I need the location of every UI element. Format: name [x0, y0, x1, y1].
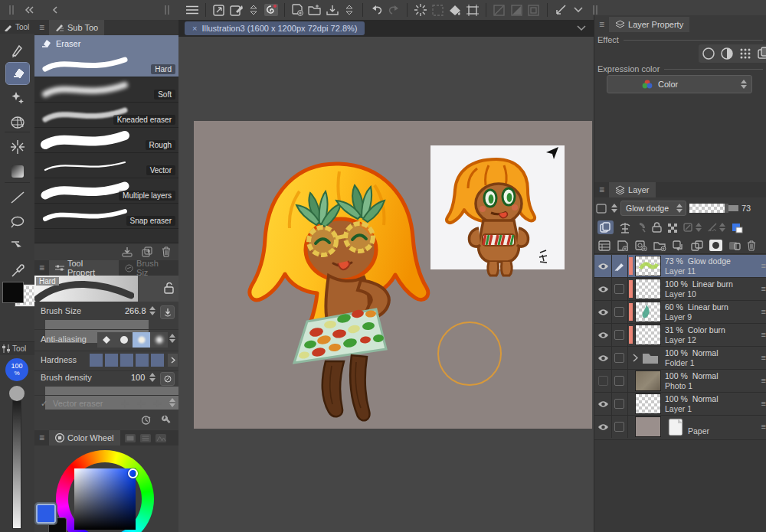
panel-menu-icon[interactable]: ≡	[34, 432, 49, 443]
eyedropper-tool-icon[interactable]	[6, 260, 29, 282]
auto-select-wand-icon[interactable]	[6, 136, 29, 158]
layer-row-layer11[interactable]: 73 % Glow dodgeLayer 11 ≡	[594, 255, 766, 278]
subtool-group-eraser[interactable]: Eraser	[34, 35, 178, 52]
figure-tool-icon[interactable]	[6, 112, 29, 133]
tab-tool-property[interactable]: Tool Propert	[49, 260, 119, 276]
lock-layer-icon[interactable]	[652, 222, 662, 233]
border-effect-icon[interactable]	[702, 47, 715, 60]
layer-mask-icon[interactable]	[709, 240, 722, 251]
delete-subtool-icon[interactable]	[162, 246, 171, 257]
snap-burst-icon[interactable]	[412, 2, 429, 18]
editing-target-checkbox[interactable]	[611, 347, 628, 369]
select-area-icon[interactable]	[430, 2, 447, 18]
main-color-swatch[interactable]	[2, 282, 24, 303]
blend-mode-dropdown[interactable]: Glow dodge	[620, 201, 686, 216]
draft-layer-icon[interactable]	[637, 222, 647, 233]
tool-tab-label[interactable]: Tool	[15, 23, 29, 31]
sv-selector[interactable]	[128, 468, 138, 478]
tabbar-chevron-down-icon[interactable]	[577, 25, 586, 31]
tab-color-slider-icon[interactable]	[125, 434, 136, 442]
tone-effect-icon[interactable]	[720, 47, 734, 60]
eraser-tool-icon[interactable]	[6, 63, 29, 84]
layer-menu-icon[interactable]: ≡	[761, 284, 766, 293]
tool-opacity-badge[interactable]: 100 %	[5, 358, 28, 381]
close-icon[interactable]: ×	[192, 24, 197, 33]
aa-medium-button[interactable]	[133, 332, 150, 348]
primary-color-swatch[interactable]	[36, 504, 56, 524]
layer-thumbnail[interactable]	[636, 256, 660, 276]
pen-tool-icon[interactable]	[6, 40, 29, 61]
set-reference-button[interactable]	[683, 222, 702, 233]
sv-square[interactable]	[74, 468, 136, 530]
visibility-toggle[interactable]	[594, 370, 612, 392]
layer-color-tag[interactable]	[629, 303, 633, 321]
brush-row-hard[interactable]: Hard	[34, 52, 178, 77]
panel-handle-icon[interactable]	[159, 2, 175, 18]
panel-menu-icon[interactable]: ≡	[594, 19, 609, 30]
thumb-size-stepper[interactable]	[611, 204, 617, 213]
panel-menu-icon[interactable]: ≡	[34, 263, 49, 273]
opacity-slider-track[interactable]	[13, 397, 21, 528]
layer-row-layer10[interactable]: 100 % Linear burnLayer 10 ≡	[594, 278, 766, 301]
clip-to-layer-button[interactable]	[597, 220, 614, 234]
hardness-step-2[interactable]	[105, 354, 118, 367]
switch-updown-icon[interactable]	[245, 2, 262, 18]
panel-menu-icon[interactable]: ≡	[34, 22, 49, 33]
visibility-toggle[interactable]	[594, 301, 612, 323]
brush-row-multiple-layers[interactable]: Multiple layers	[34, 178, 178, 204]
halftone-icon[interactable]	[738, 47, 752, 60]
brush-density-value[interactable]: 100	[131, 373, 145, 382]
line-tool-icon[interactable]	[6, 187, 29, 208]
layer-menu-icon[interactable]: ≡	[761, 353, 766, 362]
layer-color-tag[interactable]	[629, 326, 633, 344]
brush-row-kneaded-eraser[interactable]: Kneaded eraser	[34, 103, 178, 128]
layer-thumb-size-icon[interactable]	[596, 203, 608, 214]
brush-density-dynamics-button[interactable]	[160, 372, 175, 386]
lock-icon[interactable]	[164, 282, 174, 294]
layer-menu-icon[interactable]: ≡	[761, 399, 766, 408]
brush-row-vector[interactable]: Vector	[34, 153, 178, 178]
hardness-step-1[interactable]	[90, 354, 103, 367]
visibility-toggle[interactable]	[594, 255, 612, 277]
tab-brush-size[interactable]: Brush Siz	[119, 260, 178, 276]
editing-target-pen-icon[interactable]	[611, 255, 628, 277]
brush-size-stepper[interactable]	[149, 306, 155, 315]
undo-icon[interactable]	[368, 2, 385, 18]
lasso-tool-icon[interactable]	[6, 211, 29, 233]
tab-color-history-icon[interactable]	[155, 434, 166, 442]
editing-target-checkbox[interactable]	[611, 393, 628, 415]
layer-thumbnail[interactable]	[636, 394, 660, 413]
document-tab[interactable]: × Illustration3 (1600 x 1200px 72dpi 72.…	[185, 21, 365, 35]
editing-target-checkbox[interactable]	[611, 416, 628, 438]
opacity-slider-knob[interactable]	[9, 386, 25, 401]
hardness-step-4[interactable]	[136, 354, 149, 367]
panel-menu-icon[interactable]: ≡	[594, 184, 609, 195]
template-icon[interactable]	[619, 222, 631, 233]
delete-layer-icon[interactable]	[747, 240, 756, 251]
aa-strong-button[interactable]	[150, 332, 168, 348]
editing-target-checkbox[interactable]	[611, 324, 628, 346]
vector-eraser-stepper[interactable]	[169, 398, 175, 407]
visibility-toggle[interactable]	[594, 324, 612, 346]
layer-row-layer1[interactable]: 100 % NormalLayer 1 ≡	[594, 393, 766, 416]
decoration-tool-icon[interactable]	[6, 87, 29, 109]
brush-size-value[interactable]: 266.8	[125, 306, 146, 315]
layer-list-view-icon[interactable]	[598, 240, 611, 251]
tab-sub-tool[interactable]: Sub Too	[49, 20, 104, 35]
layer-opacity-slider[interactable]	[689, 204, 738, 213]
visibility-toggle[interactable]	[594, 416, 612, 438]
layer-menu-icon[interactable]: ≡	[761, 307, 766, 316]
frame-border-icon[interactable]	[463, 2, 480, 18]
layer-color-tag[interactable]	[629, 280, 633, 298]
layer-color-icon[interactable]	[731, 222, 743, 233]
fill-icon[interactable]	[447, 2, 463, 18]
layer-menu-icon[interactable]: ≡	[761, 330, 766, 339]
hardness-expand-button[interactable]	[168, 354, 178, 367]
editing-target-checkbox[interactable]	[611, 278, 628, 300]
tab-layer[interactable]: Layer	[609, 182, 656, 197]
aa-weak-button[interactable]	[115, 332, 133, 348]
editing-target-checkbox[interactable]	[611, 301, 628, 323]
visibility-toggle[interactable]	[594, 347, 612, 369]
brush-density-stepper[interactable]	[149, 373, 155, 382]
aa-none-button[interactable]	[97, 332, 115, 348]
